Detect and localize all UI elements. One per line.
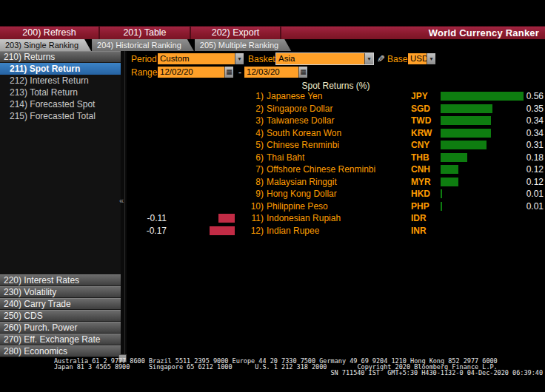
- tab-historical-ranking[interactable]: 204) Historical Ranking: [92, 39, 194, 51]
- range-label: Range: [131, 67, 157, 78]
- currency-row[interactable]: 6) Thai Baht THB 0.18: [127, 152, 545, 164]
- currency-row[interactable]: 2) Singapore Dollar SGD 0.35: [127, 103, 545, 115]
- return-value-positive: 0.35: [526, 103, 544, 115]
- currency-ticker: SGD: [411, 103, 430, 115]
- currency-row[interactable]: 4) South Korean Won KRW 0.34: [127, 127, 545, 140]
- currency-row[interactable]: 10) Philippine Peso PHP 0.01: [127, 200, 545, 213]
- currency-name: Offshore Chinese Renminbi: [267, 163, 375, 175]
- sidebar-section-returns[interactable]: 210) Returns: [0, 51, 121, 63]
- row-rank: 7): [241, 163, 264, 175]
- period-select[interactable]: Custom ▾: [158, 53, 244, 64]
- return-bar-positive: [441, 153, 467, 162]
- sidebar-section-volatility[interactable]: 230) Volatility: [0, 286, 121, 298]
- chevron-down-icon[interactable]: ▾: [427, 53, 435, 64]
- range-end-input[interactable]: 12/03/20 ▦: [244, 67, 307, 78]
- basket-label: Basket: [248, 54, 275, 65]
- return-value-positive: 0.12: [526, 163, 544, 175]
- currency-ticker: JPY: [411, 90, 428, 102]
- currency-name: Malaysian Ringgit: [267, 176, 337, 188]
- currency-name: Japanese Yen: [267, 90, 322, 102]
- return-bar-negative: [210, 226, 235, 235]
- bloomberg-wcrs-screen: 200) Refresh 201) Table 202) Export Worl…: [0, 0, 545, 392]
- currency-name: Indian Rupee: [267, 225, 319, 237]
- gutter-divider: [124, 51, 125, 357]
- sidebar-section-economics[interactable]: 280) Economics: [0, 345, 121, 357]
- currency-ticker: TWD: [411, 115, 431, 126]
- return-bar-positive: [441, 189, 442, 198]
- toolbar: 200) Refresh 201) Table 202) Export Worl…: [0, 26, 545, 39]
- row-rank: 9): [241, 188, 264, 200]
- return-value-positive: 0.12: [526, 176, 544, 188]
- sidebar-collapse-icon[interactable]: «: [119, 197, 124, 205]
- currency-ticker: KRW: [411, 127, 432, 139]
- table-button[interactable]: 201) Table: [100, 27, 191, 39]
- currency-row[interactable]: 8) Malaysian Ringgit MYR 0.12: [127, 176, 545, 189]
- currency-name: Philippine Peso: [267, 200, 328, 212]
- period-value: Custom: [158, 53, 235, 64]
- base-value: USD: [408, 53, 427, 64]
- sidebar-section-carry-trade[interactable]: 240) Carry Trade: [0, 298, 121, 310]
- row-rank: 12): [241, 225, 264, 237]
- currency-name: Singapore Dollar: [267, 103, 332, 115]
- return-bar-positive: [441, 178, 458, 186]
- return-bar-positive: [441, 92, 524, 101]
- return-value-positive: 0.18: [526, 152, 544, 163]
- row-rank: 3): [241, 115, 264, 126]
- sidebar-item-interest-return[interactable]: 212) Interest Return: [0, 75, 121, 87]
- row-rank: 1): [241, 90, 264, 102]
- sidebar: 210) Returns 211) Spot Return 212) Inter…: [0, 51, 121, 357]
- tab-multiple-ranking[interactable]: 205) Multiple Ranking: [195, 39, 291, 51]
- sidebar-section-cds[interactable]: 250) CDS: [0, 310, 121, 322]
- calendar-icon[interactable]: ▦: [224, 67, 233, 78]
- sidebar-item-total-return[interactable]: 213) Total Return: [0, 87, 121, 98]
- row-rank: 4): [241, 127, 264, 139]
- base-select[interactable]: USD ▾: [408, 53, 435, 64]
- sidebar-section-purch-power[interactable]: 260) Purch. Power: [0, 322, 121, 334]
- currency-ticker: HKD: [411, 188, 430, 200]
- basket-select[interactable]: Asia ▾: [276, 53, 373, 64]
- export-button[interactable]: 202) Export: [191, 27, 281, 39]
- currency-row[interactable]: 7) Offshore Chinese Renminbi CNH 0.12: [127, 163, 545, 176]
- currency-row[interactable]: 1) Japanese Yen JPY 0.56: [127, 90, 545, 103]
- currency-ticker: IDR: [411, 212, 427, 224]
- sidebar-spacer: [0, 122, 121, 274]
- sidebar-item-forecasted-total[interactable]: 215) Forecasted Total: [0, 110, 121, 122]
- calendar-icon[interactable]: ▦: [298, 67, 307, 78]
- currency-row[interactable]: 9) Hong Kong Dollar HKD 0.01: [127, 188, 545, 200]
- currency-row[interactable]: -0.11 11) Indonesian Rupiah IDR: [127, 212, 545, 225]
- return-bar-positive: [441, 116, 491, 125]
- sidebar-section-interest-rates[interactable]: 220) Interest Rates: [0, 274, 121, 286]
- sidebar-item-forecasted-spot[interactable]: 214) Forecasted Spot: [0, 98, 121, 110]
- currency-row[interactable]: 5) Chinese Renminbi CNY 0.31: [127, 139, 545, 152]
- row-rank: 6): [241, 152, 264, 163]
- currency-name: Taiwanese Dollar: [267, 115, 334, 126]
- tab-single-ranking[interactable]: 203) Single Ranking: [0, 39, 91, 51]
- currency-ticker: CNH: [411, 163, 430, 175]
- app-title: World Currency Ranker: [281, 27, 545, 39]
- return-bar-positive: [441, 104, 492, 113]
- row-rank: 10): [241, 200, 264, 212]
- return-bar-positive: [441, 165, 458, 174]
- main-panel: Period Custom ▾ Basket Asia ▾ ✎ Base USD…: [127, 51, 545, 357]
- return-value-positive: 0.56: [526, 90, 544, 102]
- row-rank: 2): [241, 103, 264, 115]
- chevron-down-icon[interactable]: ▾: [364, 53, 373, 64]
- currency-ticker: INR: [411, 225, 427, 237]
- status-bar: Australia 61 2 9777 8600 Brazil 5511 239…: [0, 357, 545, 392]
- sidebar-section-eff-exchange-rate[interactable]: 270) Eff. Exchange Rate: [0, 334, 121, 345]
- range-start-input[interactable]: 12/02/20 ▦: [158, 67, 233, 78]
- return-bar-positive: [441, 202, 442, 211]
- currency-name: Hong Kong Dollar: [267, 188, 337, 200]
- currency-ticker: MYR: [411, 176, 431, 188]
- return-bar-positive: [441, 129, 491, 138]
- return-value-positive: 0.34: [526, 115, 544, 126]
- chevron-down-icon[interactable]: ▾: [235, 53, 244, 64]
- currency-name: Thai Baht: [267, 152, 304, 163]
- currency-row[interactable]: 3) Taiwanese Dollar TWD 0.34: [127, 115, 545, 127]
- sidebar-item-spot-return[interactable]: 211) Spot Return: [0, 63, 121, 75]
- row-rank: 8): [241, 176, 264, 188]
- refresh-button[interactable]: 200) Refresh: [0, 27, 100, 39]
- pencil-icon[interactable]: ✎: [377, 53, 385, 64]
- row-rank: 5): [241, 139, 264, 151]
- currency-row[interactable]: -0.17 12) Indian Rupee INR: [127, 225, 545, 237]
